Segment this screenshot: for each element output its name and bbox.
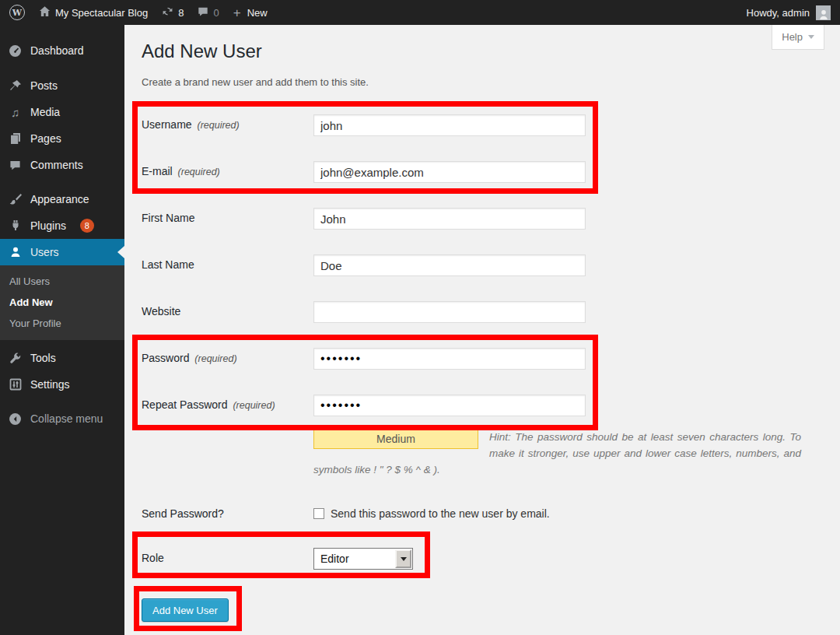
form-row-password: Password (required) (142, 348, 840, 395)
user-icon (9, 246, 22, 258)
sidebar-item-media[interactable]: ♫ Media (0, 99, 124, 125)
gauge-icon (9, 44, 22, 58)
role-label: Role (142, 552, 164, 564)
password-strength-section: Medium Hint: The password should be at l… (313, 429, 801, 478)
chevron-down-icon (808, 35, 814, 39)
help-label: Help (782, 31, 803, 43)
required-note: (required) (197, 120, 239, 131)
admin-bar: W My Spectacular Blog 8 0 + New Howdy, a… (0, 0, 840, 25)
add-new-user-button[interactable]: Add New User (142, 598, 229, 622)
comment-count: 0 (213, 7, 219, 19)
collapse-arrow-icon (9, 412, 22, 426)
users-submenu: All Users Add New Your Profile (0, 265, 124, 340)
chevron-down-icon (401, 557, 407, 561)
send-password-checkbox-label: Send this password to the new user by em… (331, 507, 550, 520)
sidebar-item-posts[interactable]: Posts (0, 72, 124, 99)
sliders-icon (9, 378, 22, 391)
sidebar-item-label: Collapse menu (30, 412, 103, 425)
wordpress-logo: W (9, 5, 25, 20)
first-name-input[interactable] (313, 208, 586, 230)
home-icon (39, 5, 51, 19)
form-row-role: Role Editor (142, 548, 840, 595)
wordpress-menu[interactable]: W (9, 5, 25, 20)
comment-bubble-icon (198, 6, 208, 19)
repeat-password-input[interactable] (313, 395, 586, 416)
username-label: Username (142, 118, 192, 131)
page-description: Create a brand new user and add them to … (142, 76, 840, 88)
email-input[interactable] (313, 161, 586, 183)
wordpress-admin-page: { "admin_bar": { "site_name": "My Specta… (0, 0, 840, 635)
sidebar-item-plugins[interactable]: Plugins 8 (0, 212, 124, 239)
password-input[interactable] (313, 348, 586, 370)
username-input[interactable] (313, 114, 586, 136)
required-note: (required) (178, 167, 220, 177)
password-strength-meter: Medium (313, 429, 478, 449)
menu-separator (0, 398, 124, 405)
sidebar-item-dashboard[interactable]: Dashboard (0, 37, 124, 64)
field-label: Website (142, 301, 313, 318)
comments-menu[interactable]: 0 (198, 6, 219, 19)
field-label: First Name (142, 208, 313, 224)
form-row-username: Username (required) (142, 114, 840, 161)
sidebar-item-tools[interactable]: Tools (0, 345, 124, 371)
send-password-checkbox[interactable] (313, 508, 324, 519)
sidebar-item-label: Users (30, 246, 59, 258)
plug-icon (9, 219, 22, 232)
update-count: 8 (178, 7, 184, 19)
form-row-send-password: Send Password? Send this password to the… (142, 507, 840, 531)
dropdown-arrow-button[interactable] (395, 549, 411, 568)
repeat-password-label: Repeat Password (142, 398, 228, 411)
plugins-update-badge: 8 (80, 219, 94, 233)
website-input[interactable] (313, 301, 586, 323)
menu-separator (0, 178, 124, 186)
required-note: (required) (194, 353, 236, 364)
last-name-input[interactable] (313, 254, 586, 276)
add-user-form: Username (required) E-mail (required) Fi… (142, 114, 840, 622)
form-row-first-name: First Name (142, 208, 840, 254)
new-label: New (247, 7, 268, 19)
field-label: Username (required) (142, 114, 313, 131)
role-select[interactable]: Editor (313, 548, 413, 570)
sidebar-item-label: Appearance (30, 193, 89, 205)
field-label: Role (142, 548, 313, 564)
send-password-label: Send Password? (142, 507, 224, 520)
website-label: Website (142, 305, 180, 318)
new-content-menu[interactable]: + New (233, 6, 268, 19)
media-icon: ♫ (9, 107, 22, 118)
pages-icon (9, 132, 22, 145)
submenu-item-add-new[interactable]: Add New (0, 292, 124, 313)
password-label: Password (142, 352, 189, 364)
greeting: Howdy, admin (747, 7, 810, 19)
comment-bubble-icon (9, 160, 22, 171)
submenu-item-all-users[interactable]: All Users (0, 271, 124, 292)
required-note: (required) (233, 400, 275, 411)
wrench-icon (9, 352, 22, 364)
sidebar-item-comments[interactable]: Comments (0, 152, 124, 178)
plus-icon: + (233, 6, 241, 19)
sidebar-item-appearance[interactable]: Appearance (0, 186, 124, 212)
main-content: Help Add New User Create a brand new use… (124, 25, 840, 635)
form-row-email: E-mail (required) (142, 161, 840, 208)
field-label: Repeat Password (required) (142, 395, 313, 411)
account-menu[interactable]: Howdy, admin (747, 5, 831, 20)
role-selected-value: Editor (314, 553, 394, 565)
site-name: My Spectacular Blog (55, 7, 148, 19)
page-title: Add New User (142, 40, 840, 63)
form-row-website: Website (142, 301, 840, 348)
form-row-repeat-password: Repeat Password (required) (142, 395, 840, 429)
help-button[interactable]: Help (772, 25, 824, 50)
updates-menu[interactable]: 8 (162, 5, 184, 19)
sidebar-item-label: Tools (30, 352, 56, 364)
submenu-item-your-profile[interactable]: Your Profile (0, 313, 124, 334)
sidebar-item-collapse-menu[interactable]: Collapse menu (0, 405, 124, 432)
field-label: Send Password? (142, 507, 313, 520)
sidebar-item-settings[interactable]: Settings (0, 371, 124, 398)
sidebar-item-pages[interactable]: Pages (0, 125, 124, 152)
sidebar-item-users[interactable]: Users (0, 239, 124, 265)
sidebar-item-label: Posts (30, 79, 58, 92)
send-password-option: Send this password to the new user by em… (313, 507, 550, 520)
site-name-menu[interactable]: My Spectacular Blog (39, 5, 148, 19)
updates-icon (162, 5, 173, 19)
admin-sidebar: Dashboard Posts ♫ Media Pages Comments (0, 25, 124, 635)
brush-icon (9, 193, 22, 205)
